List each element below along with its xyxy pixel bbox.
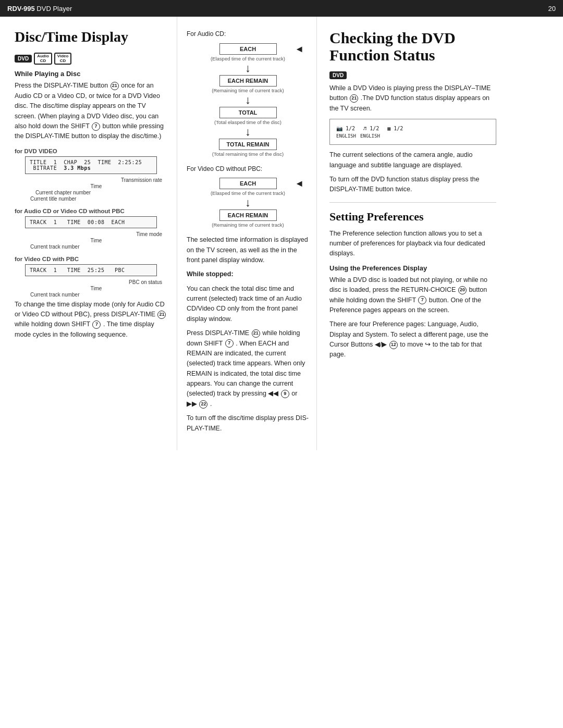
flow-each-remain: EACH REMAIN: [219, 75, 277, 87]
dvd-only-badge: DVD: [329, 71, 347, 79]
para-turn-off: To turn off the disc/time display press …: [187, 413, 309, 434]
circle-9: 9: [281, 390, 289, 398]
para-change-mode: To change the time display mode (only fo…: [15, 300, 167, 340]
audio-cd-flow-diagram: EACH ◄ (Elasped time of the current trac…: [187, 43, 309, 157]
para-turn-off-dvd: To turn off the DVD function status disp…: [329, 175, 496, 195]
dvd-annot-transmission: Transmission rate: [30, 177, 162, 183]
header-title: RDV-995 DVD Player: [7, 5, 72, 13]
circle-21d: 21: [350, 94, 358, 103]
circle-21c: 21: [252, 329, 260, 338]
flow-total-sub: (Total elasped time of the disc): [214, 119, 282, 125]
flow-down1: ↓: [245, 63, 251, 74]
vcd-annot-pbc: PBC on status: [30, 279, 162, 285]
audio-annot-time: Time: [30, 238, 162, 243]
circle-22: 22: [199, 400, 207, 409]
circle-20: 20: [458, 286, 467, 294]
audio-display-content: TRACK 1 TIME 00:08 EACH: [30, 219, 125, 225]
status-audio: ♬ 1/2: [363, 126, 379, 131]
dvd-badge: DVD: [15, 55, 32, 63]
audio-display-box: TRACK 1 TIME 00:08 EACH: [25, 216, 157, 228]
circle-21b: 21: [157, 311, 166, 319]
dvd-status-box: 📷 1/2 ♬ 1/2 ▩ 1/2 ENGLISH ENGLISH: [329, 119, 496, 145]
circle-7c: 7: [225, 339, 234, 348]
video-cd-badge: VideoCD: [54, 53, 72, 65]
circle-7: 7: [92, 122, 100, 131]
dvd-annot-chapter: Current chapter number: [35, 190, 162, 195]
audio-cd-badge: AudioCD: [34, 53, 52, 65]
flow-arrow-right1: ◄: [295, 43, 304, 54]
vcd-label: for Video CD with PBC: [15, 256, 167, 262]
circle-7b: 7: [92, 320, 101, 329]
vcd-annot-time: Time: [30, 286, 162, 291]
flow-vcd-down1: ↓: [245, 197, 251, 208]
flow-vcd-each: EACH: [219, 178, 277, 189]
dvd-display-box: TITLE 1 CHAP 25 TIME 2:25:25 BITRATE 3.3…: [25, 156, 157, 174]
disc-time-display-title: Disc/Time Display: [15, 29, 167, 45]
using-preferences-subtitle: Using the Preferences Display: [329, 264, 496, 272]
audio-cd-label: for Audio CD or Video CD without PBC: [15, 208, 167, 214]
para-preference-intro: The Preference selection function allows…: [329, 229, 496, 259]
status-subtitle: ▩ 1/2: [387, 126, 403, 131]
vcd-annot-track: Current track number: [30, 292, 162, 298]
status-camera: 📷 1/2: [336, 126, 355, 131]
main-content: Disc/Time Display DVD AudioCD VideoCD Wh…: [0, 17, 563, 450]
left-column: Disc/Time Display DVD AudioCD VideoCD Wh…: [0, 17, 177, 450]
audio-annot-track: Current track number: [30, 244, 162, 250]
vcd-display-content: TRACK 1 TIME 25:25 PBC: [30, 267, 125, 273]
flow-down3: ↓: [245, 126, 251, 138]
circle-12: 12: [389, 341, 398, 349]
vcd-flow-diagram: EACH ◄ (Elasped time of the current trac…: [187, 178, 309, 228]
status-box-content: 📷 1/2 ♬ 1/2 ▩ 1/2 ENGLISH ENGLISH: [336, 126, 403, 139]
status-lang1: ENGLISH: [336, 133, 356, 139]
para-while-stopped: You can check the total disc time and cu…: [187, 284, 309, 325]
flow-vcd-each-remain: EACH REMAIN: [219, 209, 277, 221]
dvd-video-label: for DVD VIDEO: [15, 148, 167, 154]
flow-total-remain: TOTAL REMAIN: [219, 139, 277, 150]
status-languages: ENGLISH ENGLISH: [336, 133, 403, 139]
vcd-display-box: TRACK 1 TIME 25:25 PBC: [25, 264, 157, 276]
dvd-annot-time: Time: [30, 183, 162, 189]
status-lang2: ENGLISH: [360, 133, 380, 139]
setting-preferences-title: Setting Preferences: [329, 210, 496, 224]
flow-each-remain-sub: (Remaining time of current track): [212, 88, 284, 93]
for-vcd-label: For Video CD without PBC:: [187, 164, 309, 174]
para-preferences-how: While a DVD disc is loaded but not playi…: [329, 275, 496, 316]
para-press-display: Press DISPLAY-TIME 21 while holding down…: [187, 328, 309, 409]
flow-vcd-each-remain-sub: (Remaining time of current track): [212, 222, 284, 228]
para-current-selections: The current selections of the camera ang…: [329, 150, 496, 170]
para-dvd-playing: While a DVD Video is playing press the D…: [329, 83, 496, 114]
flow-vcd-each-sub: (Elasped time of the current track): [211, 190, 285, 196]
right-column: Checking the DVDFunction Status DVD Whil…: [317, 17, 511, 450]
circle-21: 21: [111, 82, 119, 90]
page-header: RDV-995 DVD Player 20: [0, 0, 563, 17]
circle-7d: 7: [418, 296, 426, 304]
middle-column: For Audio CD: EACH ◄ (Elasped time of th…: [177, 17, 317, 450]
flow-down2: ↓: [245, 94, 251, 106]
para-selected-time: The selected time information is display…: [187, 235, 309, 265]
audio-annot-mode: Time mode: [30, 231, 162, 237]
dvd-display-content: TITLE 1 CHAP 25 TIME 2:25:25 BITRATE 3.3…: [30, 159, 142, 171]
flow-each: EACH: [219, 43, 277, 55]
para-playing: Press the DISPLAY-TIME button 21 once fo…: [15, 81, 167, 141]
disc-type-badges: DVD AudioCD VideoCD: [15, 53, 167, 65]
flow-each-sub: (Elasped time of the current track): [211, 56, 285, 61]
while-stopped-label: While stopped:: [187, 269, 309, 279]
for-audio-cd-label: For Audio CD:: [187, 29, 309, 39]
flow-total-remain-sub: (Total remaining time of the disc): [212, 151, 284, 157]
flow-total: TOTAL: [219, 107, 277, 118]
section-divider: [329, 202, 496, 203]
while-playing-subtitle: While Playing a Disc: [15, 70, 167, 78]
checking-dvd-title: Checking the DVDFunction Status: [329, 29, 496, 64]
dvd-annot-title: Current title number: [30, 196, 162, 202]
header-page-number: 20: [548, 5, 556, 13]
flow-arrow-right2: ◄: [295, 178, 304, 189]
para-four-pages: There are four Preference pages: Languag…: [329, 319, 496, 360]
